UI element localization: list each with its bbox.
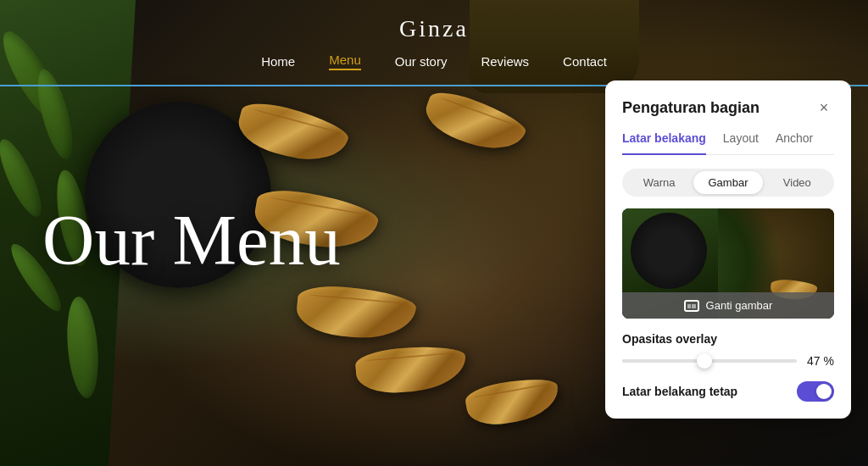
nav-menu[interactable]: Menu: [329, 53, 361, 70]
image-icon: [684, 300, 699, 312]
opacity-slider-track[interactable]: [622, 359, 797, 363]
hero-heading: Our Menu: [42, 204, 341, 276]
tab-anchor[interactable]: Anchor: [776, 131, 813, 155]
panel-header: Pengaturan bagian ×: [622, 97, 834, 118]
change-image-label: Ganti gambar: [706, 299, 773, 312]
bg-fixed-label: Latar belakang tetap: [622, 385, 737, 398]
slider-row: 47 %: [622, 354, 834, 368]
nav-reviews[interactable]: Reviews: [481, 54, 529, 69]
slider-fill: [622, 359, 704, 363]
navbar: Ginza Home Menu Our story Reviews Contac…: [0, 0, 868, 85]
nav-contact[interactable]: Contact: [563, 54, 607, 69]
tab-latar-belakang[interactable]: Latar belakang: [622, 131, 706, 155]
slider-value: 47 %: [807, 354, 834, 368]
nav-our-story[interactable]: Our story: [395, 54, 448, 69]
change-image-button[interactable]: Ganti gambar: [622, 292, 834, 319]
media-toggle: Warna Gambar Video: [622, 169, 834, 197]
site-title: Ginza: [399, 15, 469, 42]
nav-links: Home Menu Our story Reviews Contact: [261, 53, 607, 70]
overlay-section: Opasitas overlay 47 %: [622, 332, 834, 368]
media-btn-gambar[interactable]: Gambar: [693, 171, 762, 194]
settings-panel: Pengaturan bagian × Latar belakang Layou…: [605, 80, 851, 419]
tab-layout[interactable]: Layout: [723, 131, 759, 155]
panel-title: Pengaturan bagian: [622, 99, 760, 117]
slider-thumb[interactable]: [697, 353, 712, 369]
toggle-knob: [816, 384, 832, 399]
preview-pan: [631, 213, 707, 289]
toggle-section: Latar belakang tetap: [622, 381, 834, 402]
close-button[interactable]: ×: [814, 97, 834, 118]
nav-home[interactable]: Home: [261, 54, 295, 69]
bg-fixed-toggle[interactable]: [797, 381, 834, 402]
media-btn-warna[interactable]: Warna: [625, 171, 693, 194]
media-btn-video[interactable]: Video: [763, 171, 832, 194]
panel-tabs: Latar belakang Layout Anchor: [622, 131, 834, 155]
hero-text-area: Our Menu: [42, 204, 341, 276]
overlay-label: Opasitas overlay: [622, 332, 834, 346]
image-preview: Ganti gambar: [622, 208, 834, 319]
